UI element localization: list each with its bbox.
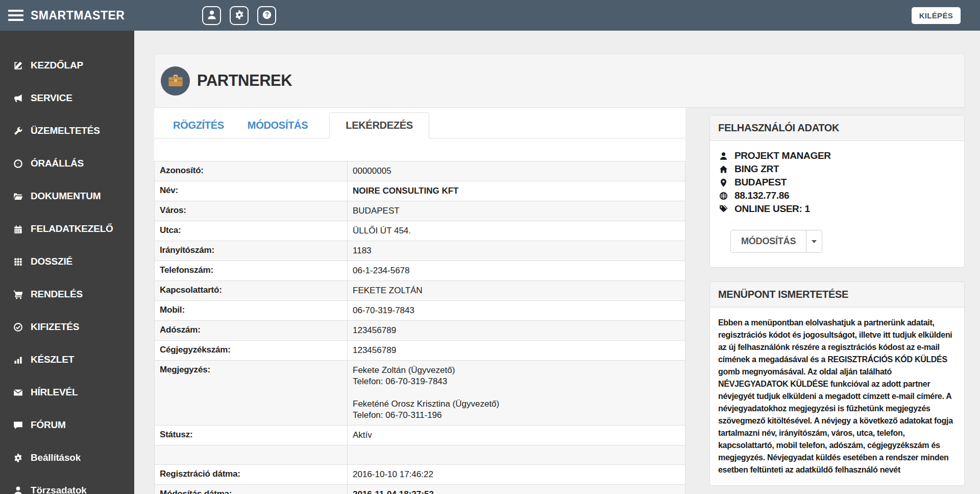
- sidebar-item-uzemeltetes[interactable]: ÜZEMELTETÉS: [0, 114, 134, 147]
- menu-info-panel: MENÜPONT ISMERTETÉSE Ebben a menüpontban…: [709, 281, 965, 486]
- field-value: ÜLLŐI ÚT 454.: [348, 221, 685, 241]
- field-value: Aktív: [348, 426, 685, 445]
- sidebar-item-label: Beállítások: [31, 452, 81, 463]
- edit-icon: [12, 60, 23, 70]
- grid-icon: [12, 256, 23, 267]
- field-value: 123456789: [348, 321, 685, 341]
- partner-detail-card: RÖGZÍTÉS MÓDOSÍTÁS LEKÉRDEZÉS Azonosító:…: [154, 108, 685, 494]
- sidebar: KEZDŐLAP SERVICE ÜZEMELTETÉS ÓRAÁLLÁS DO…: [0, 31, 134, 494]
- chevron-down-icon: [812, 240, 817, 243]
- tab-modositas[interactable]: MÓDOSÍTÁS: [236, 112, 319, 138]
- sidebar-item-torzsadatok[interactable]: Törzsadatok: [0, 474, 134, 494]
- menu-description-text: Ebben a menüpontban elolvashatjuk a part…: [718, 317, 956, 476]
- list-item: PROJEKT MANAGER: [718, 150, 956, 161]
- sidebar-item-feladatkezelo[interactable]: FELADATKEZELŐ: [0, 213, 134, 245]
- sidebar-item-label: RENDELÉS: [31, 289, 83, 300]
- field-value: Fekete Zoltán (Ügyvezető) Telefon: 06-70…: [348, 361, 685, 426]
- globe-icon: [718, 191, 728, 200]
- table-row: Módosítás dátma: 2016-11-04 18:27:52: [155, 485, 685, 494]
- partner-details-table: Azonosító: 00000005 Név: NOIRE CONSULTIN…: [154, 161, 685, 494]
- field-value: 123456789: [348, 341, 685, 361]
- modify-split-button: MÓDOSÍTÁS: [730, 230, 822, 253]
- field-label: Város:: [155, 201, 348, 221]
- gear-icon: [12, 453, 23, 463]
- sidebar-item-rendeles[interactable]: RENDELÉS: [0, 278, 134, 311]
- user-icon: [718, 151, 728, 160]
- sidebar-item-label: KÉSZLET: [31, 354, 74, 365]
- wrench-icon: [12, 126, 23, 136]
- sidebar-item-dosszie[interactable]: DOSSZIÉ: [0, 245, 134, 278]
- sidebar-item-label: ÓRAÁLLÁS: [31, 158, 84, 169]
- user-city: BUDAPEST: [734, 177, 787, 188]
- sidebar-item-oraallas[interactable]: ÓRAÁLLÁS: [0, 147, 134, 180]
- logout-button[interactable]: KILÉPÉS: [912, 7, 961, 24]
- topbar-icons: ?: [202, 6, 276, 25]
- sidebar-item-beallitasok[interactable]: Beállítások: [0, 441, 134, 474]
- field-label: Azonosító:: [155, 161, 348, 181]
- user-data-panel-title: FELHASZNÁLÓI ADATOK: [710, 115, 964, 141]
- sidebar-item-kifizetes[interactable]: KIFIZETÉS: [0, 311, 134, 343]
- table-row: Megjegyzés: Fekete Zoltán (Ügyvezető) Te…: [155, 361, 685, 426]
- field-label: Módosítás dátma:: [155, 485, 348, 494]
- field-label: Utca:: [155, 221, 348, 241]
- sidebar-item-kezdolap[interactable]: KEZDŐLAP: [0, 49, 134, 82]
- table-row: Név: NOIRE CONSULTING KFT: [155, 181, 685, 201]
- question-icon: ?: [262, 10, 272, 21]
- marker-icon: [718, 178, 728, 187]
- envelope-icon: [12, 387, 23, 397]
- cart-icon: [12, 289, 23, 299]
- field-value: FEKETE ZOLTÁN: [348, 281, 685, 301]
- field-value: BUDAPEST: [348, 201, 685, 221]
- sidebar-item-label: DOKUMENTUM: [31, 191, 101, 202]
- help-button[interactable]: ?: [257, 6, 276, 25]
- user-data-panel: FELHASZNÁLÓI ADATOK PROJEKT MANAGER BING…: [709, 115, 965, 268]
- list-item: 88.132.77.86: [718, 190, 956, 201]
- field-value: 2016-10-10 17:46:22: [348, 465, 685, 485]
- calendar-icon: [12, 224, 23, 234]
- table-row: Státusz: Aktív: [155, 426, 685, 445]
- user-company: BING ZRT: [734, 163, 779, 175]
- sidebar-item-label: FÓRUM: [31, 419, 66, 431]
- menu-icon[interactable]: [8, 10, 23, 21]
- field-label: Irányítószám:: [155, 241, 348, 261]
- sidebar-item-dokumentum[interactable]: DOKUMENTUM: [0, 180, 134, 213]
- user-icon: [207, 10, 217, 21]
- sidebar-item-label: FELADATKEZELŐ: [31, 223, 113, 234]
- user-info-list: PROJEKT MANAGER BING ZRT BUDAPEST 8: [718, 150, 956, 215]
- sidebar-item-label: SERVICE: [31, 92, 72, 104]
- field-label: Regisztráció dátma:: [155, 465, 348, 485]
- sidebar-item-forum[interactable]: FÓRUM: [0, 409, 134, 441]
- tab-lekerdezes[interactable]: LEKÉRDEZÉS: [329, 112, 429, 138]
- sidebar-item-keszlet[interactable]: KÉSZLET: [0, 343, 134, 376]
- table-row: Adószám: 123456789: [155, 321, 685, 341]
- sidebar-item-label: Törzsadatok: [31, 485, 87, 494]
- field-label: Telefonszám:: [155, 261, 348, 281]
- table-row: Kapcsolattartó: FEKETE ZOLTÁN: [155, 281, 685, 301]
- field-label: Adószám:: [155, 321, 348, 341]
- field-value: [348, 445, 685, 465]
- list-item: ONLINE USER: 1: [718, 203, 956, 215]
- briefcase-icon: [161, 66, 190, 96]
- tab-rogzites[interactable]: RÖGZÍTÉS: [162, 112, 235, 138]
- field-label: Kapcsolattartó:: [155, 281, 348, 301]
- svg-text:?: ?: [265, 11, 268, 18]
- settings-button[interactable]: [230, 6, 249, 25]
- right-column: FELHASZNÁLÓI ADATOK PROJEKT MANAGER BING…: [709, 115, 965, 494]
- field-label: Megjegyzés:: [155, 361, 348, 426]
- modify-button[interactable]: MÓDOSÍTÁS: [730, 230, 806, 253]
- modify-dropdown-button[interactable]: [806, 230, 822, 253]
- bar-chart-icon: [12, 355, 23, 365]
- bullhorn-icon: [12, 93, 23, 103]
- table-row: Azonosító: 00000005: [155, 161, 685, 181]
- table-row: Utca: ÜLLŐI ÚT 454.: [155, 221, 685, 241]
- field-value: 2016-11-04 18:27:52: [348, 485, 685, 494]
- field-value: 06-1-234-5678: [348, 261, 685, 281]
- sidebar-item-hirlevel[interactable]: HÍRLEVÉL: [0, 376, 134, 409]
- sidebar-item-service[interactable]: SERVICE: [0, 82, 134, 114]
- user-icon: [12, 485, 23, 494]
- comment-icon: [12, 420, 23, 430]
- folder-open-icon: [12, 191, 23, 201]
- table-row: Cégjegyzékszám: 123456789: [155, 341, 685, 361]
- user-profile-button[interactable]: [202, 6, 221, 25]
- table-row: Város: BUDAPEST: [155, 201, 685, 221]
